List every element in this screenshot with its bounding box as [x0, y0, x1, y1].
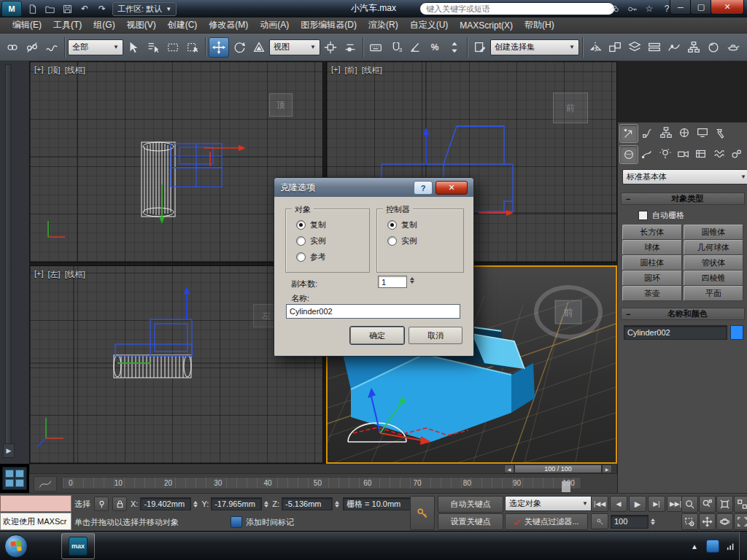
edit-named-selection-sets-icon[interactable]: [471, 38, 489, 57]
viewport-menu-shading[interactable]: [线框]: [362, 65, 382, 76]
zoom-extents-all-icon[interactable]: [734, 496, 747, 513]
spinner-snap-toggle-icon[interactable]: [445, 38, 464, 57]
window-crossing-icon[interactable]: [183, 38, 202, 57]
current-frame-marker[interactable]: [562, 481, 570, 492]
viewport-menu-view[interactable]: [左]: [48, 269, 61, 280]
object-instance-option[interactable]: 实例: [296, 236, 326, 246]
viewport-menu-plus[interactable]: [+]: [331, 65, 341, 76]
undo-icon[interactable]: ↶: [77, 2, 92, 15]
time-tag-label[interactable]: 添加时间标记: [246, 517, 294, 528]
taskbar-3dsmax-button[interactable]: max: [61, 533, 95, 559]
clone-name-input[interactable]: [286, 304, 460, 319]
play-button[interactable]: ▶: [629, 496, 646, 512]
select-object-icon[interactable]: [124, 38, 143, 57]
menu-tools[interactable]: 工具(T): [48, 18, 87, 33]
object-color-swatch[interactable]: [730, 325, 743, 340]
cylinder-wireframe-top[interactable]: [142, 142, 175, 217]
subtab-cameras-icon[interactable]: [675, 145, 692, 163]
button-tube[interactable]: 管状体: [684, 255, 743, 271]
ok-button[interactable]: 确定: [350, 327, 404, 344]
object-name-field[interactable]: Cylinder002: [624, 325, 727, 340]
previous-frame-arrow-icon[interactable]: ◀: [504, 464, 514, 473]
button-plane[interactable]: 平面: [684, 286, 743, 301]
x-spinner[interactable]: [193, 501, 198, 508]
snaps-toggle-3d-icon[interactable]: 3: [386, 38, 405, 57]
zoom-icon[interactable]: [681, 496, 698, 513]
open-file-icon[interactable]: [42, 2, 57, 15]
frame-spinner[interactable]: [651, 518, 655, 525]
subtab-helpers-icon[interactable]: [692, 145, 710, 163]
viewport-menu-plus[interactable]: [+]: [34, 269, 44, 280]
rollout-object-type[interactable]: − 对象类型: [621, 192, 745, 205]
move-gizmo-x-axis[interactable]: [479, 210, 514, 216]
button-box[interactable]: 长方体: [622, 225, 682, 240]
viewcube[interactable]: 前: [536, 287, 600, 337]
maximize-viewport-toggle-icon[interactable]: [734, 513, 747, 530]
track-bar[interactable]: 0 10 20 30 40 50 60 70 80 90 100: [29, 474, 617, 493]
object-reference-option[interactable]: 参考: [296, 252, 326, 262]
menu-animation[interactable]: 动画(A): [255, 18, 294, 33]
button-cylinder[interactable]: 圆柱体: [622, 255, 682, 271]
sign-in-key-icon[interactable]: [624, 2, 639, 15]
layer-manager-icon[interactable]: [625, 38, 644, 57]
selection-filter-dropdown[interactable]: 全部▼: [68, 39, 123, 55]
viewport-menu-view[interactable]: [前]: [345, 65, 357, 76]
auto-key-button[interactable]: 自动关键点: [438, 496, 503, 513]
selection-lock-icon[interactable]: [112, 497, 127, 511]
viewcube-ghost[interactable]: 前: [553, 93, 588, 123]
viewport-layout-button[interactable]: [2, 467, 27, 490]
zoom-all-icon[interactable]: [699, 496, 716, 513]
menu-help[interactable]: 帮助(H): [519, 18, 560, 33]
next-frame-button[interactable]: ▶|: [648, 496, 665, 512]
layout-flyout-arrow-icon[interactable]: ▶: [3, 443, 15, 458]
tab-hierarchy-icon[interactable]: [657, 124, 675, 141]
viewport-menu-shading[interactable]: [线框]: [65, 269, 85, 280]
menu-customize[interactable]: 自定义(U): [405, 18, 454, 33]
tab-utilities-icon[interactable]: [712, 124, 729, 141]
car-wireframe-left[interactable]: [115, 319, 192, 356]
autogrid-checkbox[interactable]: [638, 211, 648, 220]
dialog-close-button[interactable]: ✕: [436, 181, 468, 195]
move-gizmo-z-axis[interactable]: [423, 128, 429, 164]
subtab-lights-icon[interactable]: [657, 145, 674, 163]
move-gizmo-z-axis[interactable]: [184, 287, 190, 319]
tray-app-icon[interactable]: [706, 540, 719, 553]
search-input[interactable]: [419, 2, 615, 15]
copies-field[interactable]: 1: [378, 276, 407, 288]
set-key-big-button[interactable]: [410, 496, 435, 530]
keyboard-shortcut-override-icon[interactable]: [366, 38, 385, 57]
orbit-icon[interactable]: [716, 513, 733, 530]
menu-modifiers[interactable]: 修改器(M): [204, 18, 253, 33]
rectangular-selection-region-icon[interactable]: [163, 38, 182, 57]
button-teapot[interactable]: 茶壶: [622, 286, 682, 301]
menu-views[interactable]: 视图(V): [122, 18, 161, 33]
render-setup-icon[interactable]: [724, 38, 743, 57]
button-torus[interactable]: 圆环: [622, 271, 682, 286]
car-wireframe-top[interactable]: [171, 144, 222, 187]
z-value-field[interactable]: -5.136mm: [282, 497, 333, 510]
viewport-menu-view[interactable]: [顶]: [48, 65, 61, 76]
previous-frame-button[interactable]: ◀: [610, 496, 627, 512]
tray-network-icon[interactable]: [725, 540, 737, 552]
tab-motion-icon[interactable]: [676, 124, 693, 141]
time-slider[interactable]: ◀ 100 / 100 ▶: [29, 464, 617, 474]
subtab-space-warps-icon[interactable]: [711, 145, 728, 163]
radio-controller-copy[interactable]: [387, 220, 397, 230]
mini-curve-editor-button[interactable]: [34, 476, 57, 491]
cancel-button[interactable]: 取消: [409, 327, 462, 344]
close-button[interactable]: ✕: [711, 0, 744, 15]
key-filter-scope-dropdown[interactable]: 选定对象▼: [505, 496, 592, 511]
object-copy-option[interactable]: 复制: [296, 219, 326, 230]
button-cone[interactable]: 圆锥体: [684, 225, 743, 240]
maxscript-mini-listener[interactable]: 欢迎使用 MAXScr: [0, 513, 71, 530]
time-slider-thumb[interactable]: ◀ 100 / 100 ▶: [504, 465, 612, 472]
menu-edit[interactable]: 编辑(E): [7, 18, 47, 33]
viewcube-ghost[interactable]: 顶: [269, 93, 293, 117]
maxscript-listener-macro-pane[interactable]: [0, 495, 71, 512]
layout-tab-rail[interactable]: [5, 64, 12, 445]
workspace-dropdown[interactable]: 工作区: 默认 ▼: [112, 2, 177, 16]
x-value-field[interactable]: -19.402mm: [140, 497, 191, 510]
show-desktop-button[interactable]: [739, 532, 747, 560]
set-key-button[interactable]: 设置关键点: [438, 513, 503, 530]
time-ruler[interactable]: 0 10 20 30 40 50 60 70 80 90 100: [62, 477, 581, 489]
